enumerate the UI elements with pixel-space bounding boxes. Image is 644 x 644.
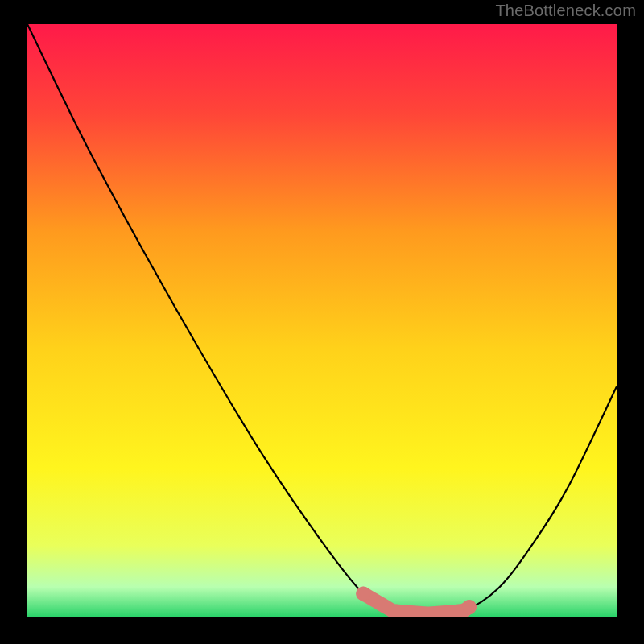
highlight-right-dot — [462, 600, 477, 614]
gradient-background — [27, 24, 617, 617]
bottleneck-plot — [27, 24, 617, 617]
watermark-text: TheBottleneck.com — [495, 2, 636, 20]
highlight-left-dot — [356, 586, 370, 601]
chart-container: TheBottleneck.com — [0, 0, 644, 644]
plot-svg — [27, 24, 617, 617]
